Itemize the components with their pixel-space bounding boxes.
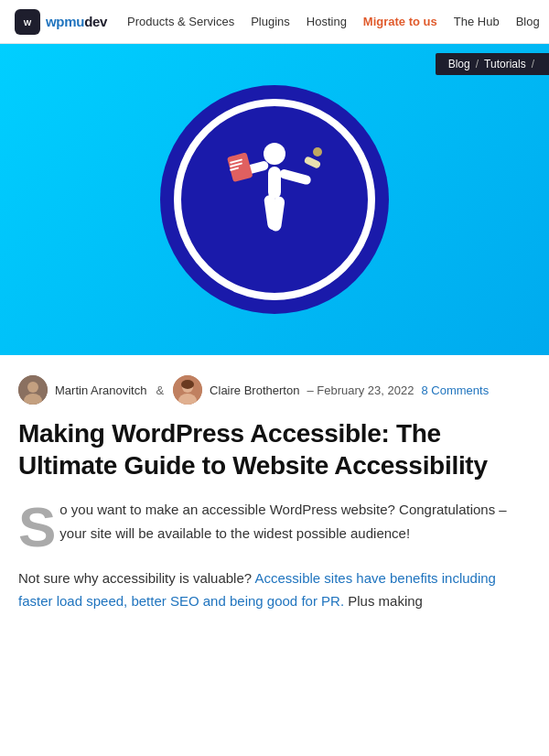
breadcrumb-end: / <box>532 58 534 70</box>
nav-plugins[interactable]: Plugins <box>243 11 297 32</box>
article-comments-link[interactable]: 8 Comments <box>421 383 489 397</box>
nav-products-services[interactable]: Products & Services <box>120 11 242 32</box>
article-title: Making WordPress Accessible: The Ultimat… <box>18 417 531 481</box>
hero-circle-outer <box>160 85 389 314</box>
svg-point-20 <box>181 380 194 389</box>
logo-area[interactable]: W wpmudev <box>15 9 107 35</box>
nav-links: Products & Services Plugins Hosting Migr… <box>120 11 547 32</box>
author-separator: & <box>156 383 164 397</box>
accessibility-icon <box>220 135 329 264</box>
breadcrumb-separator: / <box>476 58 479 70</box>
svg-rect-5 <box>278 168 311 186</box>
article-dropcap-paragraph: S o you want to make an accessible WordP… <box>18 498 531 552</box>
wpmudev-logo-icon: W <box>15 9 40 35</box>
hero-section: Blog / Tutorials / <box>0 44 549 355</box>
logo-text: wpmudev <box>46 14 107 29</box>
breadcrumb-blog[interactable]: Blog <box>448 58 470 70</box>
svg-text:W: W <box>24 18 32 27</box>
author-avatar-martin <box>18 375 48 405</box>
nav-hosting[interactable]: Hosting <box>299 11 354 32</box>
para2-prefix: Not sure why accessibility is valuable? <box>18 570 254 586</box>
svg-point-13 <box>313 147 322 157</box>
navbar: W wpmudev Products & Services Plugins Ho… <box>0 0 549 44</box>
svg-point-15 <box>27 382 38 393</box>
svg-rect-3 <box>268 167 281 199</box>
author-avatar-claire <box>173 375 202 405</box>
article-paragraph-2: Not sure why accessibility is valuable? … <box>18 567 531 613</box>
breadcrumb-tutorials[interactable]: Tutorials <box>484 58 526 70</box>
svg-rect-12 <box>304 156 322 169</box>
nav-blog[interactable]: Blog <box>509 11 547 32</box>
nav-hub[interactable]: The Hub <box>447 11 507 32</box>
authors-line: Martin Aranovitch & Claire Brotherton – … <box>18 375 531 405</box>
dropcap-letter: S <box>18 503 56 552</box>
author-name-martin: Martin Aranovitch <box>55 383 146 397</box>
hero-circle-inner <box>174 99 375 300</box>
svg-point-2 <box>264 143 285 165</box>
breadcrumb: Blog / Tutorials / <box>436 53 549 75</box>
nav-migrate[interactable]: Migrate to us <box>356 11 445 32</box>
para2-suffix: Plus making <box>344 593 423 609</box>
article-area: Martin Aranovitch & Claire Brotherton – … <box>0 355 549 637</box>
dropcap-text: o you want to make an accessible WordPre… <box>59 498 531 552</box>
article-date: – February 23, 2022 <box>307 383 414 397</box>
author-name-claire: Claire Brotherton <box>210 383 299 397</box>
